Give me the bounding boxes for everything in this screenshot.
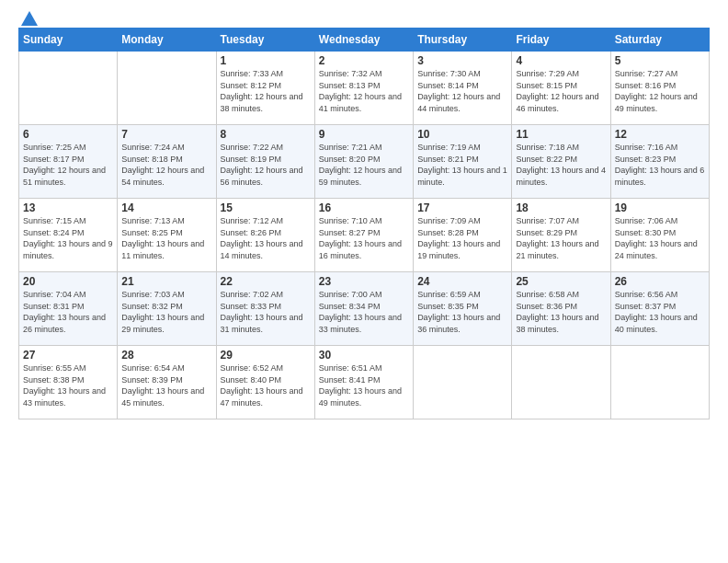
day-info: Sunrise: 7:24 AM Sunset: 8:18 PM Dayligh… (121, 142, 211, 188)
day-info: Sunrise: 7:25 AM Sunset: 8:17 PM Dayligh… (23, 142, 113, 188)
day-number: 12 (615, 128, 705, 141)
day-info: Sunrise: 7:18 AM Sunset: 8:22 PM Dayligh… (516, 142, 606, 188)
day-number: 24 (417, 275, 507, 288)
day-number: 6 (23, 128, 113, 141)
calendar-page: SundayMondayTuesdayWednesdayThursdayFrid… (0, 0, 728, 563)
day-number: 7 (121, 128, 211, 141)
day-info: Sunrise: 7:00 AM Sunset: 8:34 PM Dayligh… (319, 289, 409, 335)
day-number: 27 (23, 349, 113, 362)
calendar-cell: 12Sunrise: 7:16 AM Sunset: 8:23 PM Dayli… (610, 125, 709, 199)
day-info: Sunrise: 7:16 AM Sunset: 8:23 PM Dayligh… (615, 142, 705, 188)
day-info: Sunrise: 7:03 AM Sunset: 8:32 PM Dayligh… (121, 289, 211, 335)
calendar-body: 1Sunrise: 7:33 AM Sunset: 8:12 PM Daylig… (19, 52, 710, 419)
weekday-sunday: Sunday (19, 29, 118, 52)
day-number: 13 (23, 201, 113, 214)
day-number: 9 (319, 128, 409, 141)
calendar-cell: 4Sunrise: 7:29 AM Sunset: 8:15 PM Daylig… (512, 52, 610, 125)
day-number: 28 (121, 349, 211, 362)
calendar-cell: 24Sunrise: 6:59 AM Sunset: 8:35 PM Dayli… (414, 272, 512, 346)
calendar-cell: 13Sunrise: 7:15 AM Sunset: 8:24 PM Dayli… (19, 199, 118, 272)
calendar-cell: 1Sunrise: 7:33 AM Sunset: 8:12 PM Daylig… (216, 52, 314, 125)
calendar-cell: 9Sunrise: 7:21 AM Sunset: 8:20 PM Daylig… (314, 125, 413, 199)
weekday-saturday: Saturday (610, 29, 709, 52)
weekday-monday: Monday (118, 29, 216, 52)
calendar-cell: 11Sunrise: 7:18 AM Sunset: 8:22 PM Dayli… (512, 125, 610, 199)
day-number: 19 (615, 201, 705, 214)
svg-marker-0 (21, 11, 38, 26)
day-info: Sunrise: 7:30 AM Sunset: 8:14 PM Dayligh… (417, 68, 507, 114)
day-number: 5 (615, 54, 705, 67)
day-number: 25 (516, 275, 606, 288)
calendar-cell: 20Sunrise: 7:04 AM Sunset: 8:31 PM Dayli… (19, 272, 118, 346)
day-number: 14 (121, 201, 211, 214)
calendar-cell: 3Sunrise: 7:30 AM Sunset: 8:14 PM Daylig… (414, 52, 512, 125)
week-row-4: 20Sunrise: 7:04 AM Sunset: 8:31 PM Dayli… (19, 272, 710, 346)
day-info: Sunrise: 7:32 AM Sunset: 8:13 PM Dayligh… (319, 68, 409, 114)
day-number: 4 (516, 54, 606, 67)
day-info: Sunrise: 7:04 AM Sunset: 8:31 PM Dayligh… (23, 289, 113, 335)
day-number: 18 (516, 201, 606, 214)
day-info: Sunrise: 7:29 AM Sunset: 8:15 PM Dayligh… (516, 68, 606, 114)
calendar-cell: 15Sunrise: 7:12 AM Sunset: 8:26 PM Dayli… (216, 199, 314, 272)
day-info: Sunrise: 7:02 AM Sunset: 8:33 PM Dayligh… (221, 289, 311, 335)
day-info: Sunrise: 6:52 AM Sunset: 8:40 PM Dayligh… (221, 362, 311, 408)
week-row-3: 13Sunrise: 7:15 AM Sunset: 8:24 PM Dayli… (19, 199, 710, 272)
calendar-table: SundayMondayTuesdayWednesdayThursdayFrid… (18, 28, 710, 419)
day-number: 15 (221, 201, 311, 214)
day-info: Sunrise: 7:33 AM Sunset: 8:12 PM Dayligh… (221, 68, 311, 114)
day-info: Sunrise: 6:51 AM Sunset: 8:41 PM Dayligh… (319, 362, 409, 408)
calendar-cell: 5Sunrise: 7:27 AM Sunset: 8:16 PM Daylig… (610, 52, 709, 125)
calendar-cell (512, 346, 610, 419)
day-number: 21 (121, 275, 211, 288)
day-number: 23 (319, 275, 409, 288)
logo (18, 17, 38, 22)
day-info: Sunrise: 7:22 AM Sunset: 8:19 PM Dayligh… (221, 142, 311, 188)
calendar-cell: 16Sunrise: 7:10 AM Sunset: 8:27 PM Dayli… (314, 199, 413, 272)
calendar-cell: 2Sunrise: 7:32 AM Sunset: 8:13 PM Daylig… (314, 52, 413, 125)
calendar-cell: 14Sunrise: 7:13 AM Sunset: 8:25 PM Dayli… (118, 199, 216, 272)
calendar-cell (19, 52, 118, 125)
day-number: 10 (417, 128, 507, 141)
day-number: 26 (615, 275, 705, 288)
calendar-cell: 27Sunrise: 6:55 AM Sunset: 8:38 PM Dayli… (19, 346, 118, 419)
calendar-cell: 22Sunrise: 7:02 AM Sunset: 8:33 PM Dayli… (216, 272, 314, 346)
day-info: Sunrise: 7:10 AM Sunset: 8:27 PM Dayligh… (319, 215, 409, 261)
day-info: Sunrise: 7:19 AM Sunset: 8:21 PM Dayligh… (417, 142, 507, 188)
calendar-header: SundayMondayTuesdayWednesdayThursdayFrid… (19, 29, 710, 52)
weekday-friday: Friday (512, 29, 610, 52)
day-number: 16 (319, 201, 409, 214)
day-info: Sunrise: 6:59 AM Sunset: 8:35 PM Dayligh… (417, 289, 507, 335)
calendar-cell: 30Sunrise: 6:51 AM Sunset: 8:41 PM Dayli… (314, 346, 413, 419)
calendar-cell: 29Sunrise: 6:52 AM Sunset: 8:40 PM Dayli… (216, 346, 314, 419)
week-row-1: 1Sunrise: 7:33 AM Sunset: 8:12 PM Daylig… (19, 52, 710, 125)
day-info: Sunrise: 6:55 AM Sunset: 8:38 PM Dayligh… (23, 362, 113, 408)
calendar-cell: 21Sunrise: 7:03 AM Sunset: 8:32 PM Dayli… (118, 272, 216, 346)
calendar-cell: 6Sunrise: 7:25 AM Sunset: 8:17 PM Daylig… (19, 125, 118, 199)
day-info: Sunrise: 7:15 AM Sunset: 8:24 PM Dayligh… (23, 215, 113, 261)
logo-triangle-icon (21, 11, 38, 26)
day-number: 17 (417, 201, 507, 214)
header (18, 17, 710, 22)
weekday-tuesday: Tuesday (216, 29, 314, 52)
calendar-cell: 23Sunrise: 7:00 AM Sunset: 8:34 PM Dayli… (314, 272, 413, 346)
calendar-cell: 28Sunrise: 6:54 AM Sunset: 8:39 PM Dayli… (118, 346, 216, 419)
day-info: Sunrise: 6:54 AM Sunset: 8:39 PM Dayligh… (121, 362, 211, 408)
calendar-cell: 18Sunrise: 7:07 AM Sunset: 8:29 PM Dayli… (512, 199, 610, 272)
day-info: Sunrise: 7:21 AM Sunset: 8:20 PM Dayligh… (319, 142, 409, 188)
weekday-header-row: SundayMondayTuesdayWednesdayThursdayFrid… (19, 29, 710, 52)
calendar-cell: 10Sunrise: 7:19 AM Sunset: 8:21 PM Dayli… (414, 125, 512, 199)
day-number: 20 (23, 275, 113, 288)
calendar-cell: 17Sunrise: 7:09 AM Sunset: 8:28 PM Dayli… (414, 199, 512, 272)
day-info: Sunrise: 7:12 AM Sunset: 8:26 PM Dayligh… (221, 215, 311, 261)
day-info: Sunrise: 7:07 AM Sunset: 8:29 PM Dayligh… (516, 215, 606, 261)
day-info: Sunrise: 7:06 AM Sunset: 8:30 PM Dayligh… (615, 215, 705, 261)
day-number: 1 (221, 54, 311, 67)
calendar-cell: 25Sunrise: 6:58 AM Sunset: 8:36 PM Dayli… (512, 272, 610, 346)
day-number: 8 (221, 128, 311, 141)
week-row-2: 6Sunrise: 7:25 AM Sunset: 8:17 PM Daylig… (19, 125, 710, 199)
day-info: Sunrise: 7:09 AM Sunset: 8:28 PM Dayligh… (417, 215, 507, 261)
day-number: 11 (516, 128, 606, 141)
day-number: 2 (319, 54, 409, 67)
day-info: Sunrise: 6:58 AM Sunset: 8:36 PM Dayligh… (516, 289, 606, 335)
calendar-cell (610, 346, 709, 419)
